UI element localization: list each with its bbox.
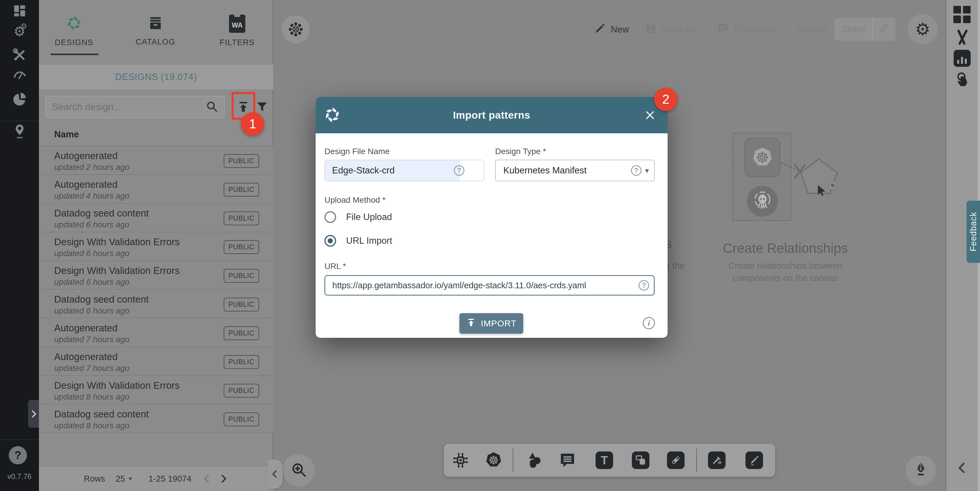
right-dock-collapse-chevron[interactable] (946, 461, 978, 474)
design-type-value: Kubernetes Manifest (496, 165, 631, 176)
file-upload-radio-option[interactable]: File Upload (325, 211, 392, 223)
design-list-row[interactable]: Autogenerated updated 7 hours ago PUBLIC (39, 347, 273, 376)
feedback-tab[interactable]: Feedback (967, 201, 980, 263)
kubernetes-tool-icon[interactable]: ☸ (484, 451, 503, 470)
tab-filters-label: FILTERS (220, 38, 255, 47)
annotation-pen-button[interactable] (906, 455, 936, 486)
validate-y-icon[interactable] (946, 29, 978, 46)
design-file-name-label: Design File Name (325, 147, 390, 156)
rows-per-page-select[interactable]: 25 ▾ (116, 474, 132, 484)
performance-speedometer-icon[interactable] (0, 68, 39, 83)
rows-label: Rows (84, 474, 105, 484)
components-circuit-icon[interactable] (451, 451, 470, 470)
info-icon[interactable]: i (643, 317, 655, 329)
explore-pin-icon[interactable] (0, 123, 39, 140)
empty-state-line2: components on the canvas (683, 273, 888, 283)
comment-tool-icon[interactable] (558, 451, 577, 470)
extensions-icon[interactable] (0, 91, 39, 107)
link-tool-icon[interactable] (667, 451, 685, 470)
design-name: Datadog seed content (54, 208, 149, 219)
pencil-tool-icon[interactable] (745, 451, 764, 470)
search-design-input[interactable] (52, 101, 205, 113)
sidebar-expand-chevron[interactable] (28, 400, 39, 428)
design-type-select[interactable]: Kubernetes Manifest ? ▾ (495, 159, 655, 181)
visibility-badge: PUBLIC (224, 212, 259, 225)
design-file-name-field: ? (325, 159, 484, 181)
visibility-badge: PUBLIC (224, 326, 259, 340)
actions-label: Actions (797, 24, 827, 35)
copy-link-button[interactable] (873, 22, 896, 36)
analytics-chart-icon[interactable] (946, 50, 978, 67)
design-name: Autogenerated (54, 179, 118, 190)
design-list-row[interactable]: Autogenerated updated 7 hours ago PUBLIC (39, 319, 273, 347)
save-floppy-icon (644, 22, 657, 37)
import-button[interactable]: IMPORT (460, 313, 523, 334)
pen-arrow-tool-icon[interactable] (707, 451, 726, 470)
active-tab-underline (51, 54, 99, 55)
design-list-row[interactable]: Datadog seed content updated 8 hours ago… (39, 405, 273, 433)
design-name: Autogenerated (54, 322, 118, 334)
design-updated-time: updated 7 hours ago (54, 363, 129, 373)
url-input[interactable] (325, 281, 639, 290)
panel-collapse-handle[interactable] (267, 459, 283, 489)
new-design-label: New (611, 24, 629, 35)
save-as-button[interactable]: Save As (644, 21, 695, 39)
hidden-card-body-fragment: g the (665, 261, 685, 271)
zoom-in-button[interactable] (283, 454, 315, 486)
magnifier-plus-icon (290, 461, 307, 479)
design-updated-time: updated 2 hours ago (54, 163, 129, 172)
design-list-row[interactable]: Design With Validation Errors updated 8 … (39, 376, 273, 405)
radio-selected-icon (325, 235, 336, 247)
design-list-row[interactable]: Design With Validation Errors updated 6 … (39, 232, 273, 261)
notes-tool-icon[interactable] (631, 451, 650, 470)
share-button-group: Share (834, 18, 896, 41)
import-button-label: IMPORT (481, 319, 517, 328)
design-list-row[interactable]: Datadog seed content updated 6 hours ago… (39, 290, 273, 319)
design-name: Autogenerated (54, 150, 118, 161)
configuration-tools-icon[interactable] (0, 48, 39, 62)
design-name: Autogenerated (54, 351, 118, 362)
tab-filters[interactable]: WA FILTERS (204, 0, 271, 62)
empty-state-title: Create Relationships (683, 240, 888, 256)
comments-button[interactable]: Comments (717, 21, 778, 39)
previous-page-button[interactable] (202, 474, 212, 484)
url-import-radio-option[interactable]: URL Import (325, 235, 392, 247)
help-icon[interactable]: ? (454, 165, 465, 176)
design-updated-time: updated 8 hours ago (54, 392, 129, 402)
upload-icon (466, 317, 476, 330)
visibility-badge: PUBLIC (224, 298, 259, 311)
design-updated-time: updated 6 hours ago (54, 306, 129, 316)
dashboard-icon[interactable] (0, 3, 39, 18)
design-list-row[interactable]: Design With Validation Errors updated 6 … (39, 261, 273, 290)
shapes-tool-icon[interactable] (525, 451, 544, 470)
search-design-input-box (45, 96, 224, 118)
interact-touch-icon[interactable] (946, 71, 978, 88)
help-button[interactable]: ? (9, 446, 27, 464)
cursor-pointer-icon (815, 184, 827, 198)
help-icon[interactable]: ? (631, 165, 641, 176)
components-grid-icon[interactable] (946, 6, 978, 23)
rail-divider (0, 440, 39, 440)
design-list-row[interactable]: Datadog seed content updated 6 hours ago… (39, 204, 273, 232)
share-button[interactable]: Share (834, 24, 872, 35)
visibility-badge: PUBLIC (224, 355, 259, 369)
import-patterns-modal: Import patterns Design File Name ? Desig… (316, 97, 668, 338)
tab-catalog[interactable]: CATALOG (122, 0, 189, 62)
visibility-badge: PUBLIC (224, 183, 259, 196)
text-tool-icon[interactable]: T (595, 451, 614, 470)
designs-count-header: DESIGNS (19,074) (39, 65, 273, 89)
tab-designs[interactable]: DESIGNS (40, 0, 108, 62)
next-page-button[interactable] (218, 474, 228, 484)
new-design-button[interactable]: New (594, 21, 629, 39)
catalog-archive-icon (148, 15, 163, 32)
lifecycle-gears-icon[interactable]: ⚙⚙ (0, 25, 39, 38)
design-file-name-input[interactable] (325, 165, 454, 176)
save-as-label: Save As (662, 24, 695, 35)
canvas-settings-button[interactable]: ⚙ (907, 14, 938, 45)
design-list-row[interactable]: Autogenerated updated 4 hours ago PUBLIC (39, 175, 273, 204)
design-list-row[interactable]: Autogenerated updated 2 hours ago PUBLIC (39, 146, 273, 175)
help-icon[interactable]: ? (639, 280, 649, 291)
caret-down-icon: ▾ (645, 166, 649, 175)
gear-icon: ⚙ (915, 19, 930, 39)
visibility-badge: PUBLIC (224, 269, 259, 283)
